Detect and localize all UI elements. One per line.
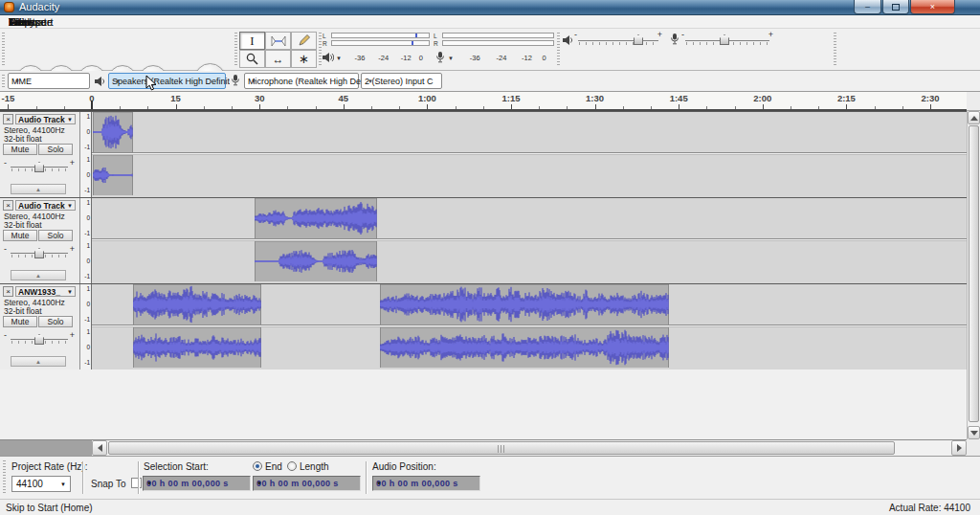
slider-thumb[interactable] [34, 334, 44, 345]
slider-thumb[interactable] [34, 248, 44, 258]
timeline-ruler[interactable]: -1501530451:001:151:301:452:002:152:30 [0, 92, 967, 111]
envelope-tool-button[interactable] [265, 32, 291, 50]
recording-device-select[interactable]: Microphone (Realtek High Defi▼ [244, 73, 359, 89]
toolbar-gripper[interactable] [2, 75, 5, 87]
device-toolbar: MME▼ Speakers (Realtek High Definit▼ Mic… [0, 71, 980, 92]
draw-tool-button[interactable] [291, 32, 317, 50]
gain-slider[interactable]: -+ [3, 330, 76, 346]
track-close-button[interactable]: × [3, 200, 13, 211]
dropdown-icon[interactable]: ▼ [376, 481, 382, 486]
vertical-ruler[interactable]: 10-110-1 [80, 112, 92, 197]
audio-clip[interactable] [380, 327, 669, 368]
toolbar-gripper[interactable] [234, 33, 237, 66]
track-menu-button[interactable]: Audio Track▼ [15, 114, 76, 124]
track-close-button[interactable]: × [3, 114, 13, 124]
dropdown-icon[interactable]: ▼ [256, 481, 262, 486]
audio-clip[interactable] [255, 198, 377, 238]
slider-thumb[interactable] [34, 162, 44, 172]
meter-scale-label: 0 [542, 54, 546, 62]
dropdown-icon: ▼ [60, 481, 66, 487]
dropdown-icon: ▼ [112, 78, 121, 84]
scroll-down-button[interactable] [968, 426, 980, 439]
down-arrow-icon [970, 431, 978, 436]
solo-button[interactable]: Solo [38, 316, 73, 327]
playback-device-select[interactable]: Speakers (Realtek High Definit▼ [108, 73, 226, 89]
output-volume-slider[interactable]: - + [574, 31, 662, 48]
ruler-tick [204, 106, 205, 109]
toolbar-gripper[interactable] [557, 33, 560, 66]
recording-meter[interactable]: LR ▼ -36-24-120 [434, 31, 554, 67]
toolbar-gripper[interactable] [834, 33, 836, 66]
ruler-tick [259, 104, 260, 109]
scrollbar-thumb[interactable] [969, 125, 979, 422]
horizontal-scrollbar[interactable] [0, 439, 967, 456]
ruler-label: -15 [0, 93, 21, 103]
track-menu-button[interactable]: Audio Track▼ [15, 200, 76, 211]
length-radio[interactable] [287, 461, 297, 471]
vertical-scrollbar[interactable] [967, 111, 980, 439]
input-volume-slider[interactable]: - + [681, 31, 773, 48]
toolbar-gripper[interactable] [3, 460, 6, 495]
vruler-label: 1 [86, 199, 90, 206]
dropdown-icon[interactable]: ▼ [146, 481, 152, 486]
audio-clip[interactable] [380, 284, 669, 325]
zoom-tool-button[interactable] [239, 50, 265, 68]
audio-host-select[interactable]: MME▼ [8, 73, 90, 89]
mute-button[interactable]: Mute [3, 316, 37, 327]
scrollbar-track[interactable] [92, 440, 967, 456]
audio-clip[interactable] [133, 327, 261, 368]
audio-clip[interactable] [255, 241, 377, 281]
collapse-button[interactable]: ▲ [11, 184, 66, 194]
minimize-button[interactable]: – [854, 0, 881, 14]
scroll-right-button[interactable] [951, 440, 967, 456]
audio-clip[interactable] [93, 155, 133, 195]
audio-clip[interactable] [93, 112, 133, 152]
toolbar-gripper[interactable] [319, 33, 322, 66]
slider-thumb[interactable] [634, 34, 643, 45]
close-button[interactable]: × [910, 0, 955, 14]
multi-tool-button[interactable]: ∗ [291, 50, 317, 68]
mute-button[interactable]: Mute [3, 144, 37, 155]
scrollbar-thumb[interactable] [108, 441, 895, 455]
vertical-ruler[interactable]: 10-110-1 [80, 198, 92, 283]
ruler-tick [706, 106, 707, 109]
selection-start-field[interactable]: 00 h 00 m 00,000 s ▼ [143, 476, 251, 491]
restore-button[interactable] [882, 0, 909, 14]
track-waveform-area[interactable] [92, 112, 967, 197]
playback-meter[interactable]: LR ▼ -36-24-120 [323, 31, 430, 67]
track-menu-button[interactable]: ANW1933_▼ [15, 286, 76, 297]
menu-help[interactable]: Help [2, 15, 37, 29]
vruler-channel: 10-1 [80, 284, 92, 325]
meter-channel-label: R [434, 40, 441, 48]
project-rate-select[interactable]: 44100 ▼ [11, 476, 71, 492]
track-close-button[interactable]: × [3, 286, 13, 297]
vertical-ruler[interactable]: 10-110-1 [80, 284, 92, 369]
vruler-label: 0 [86, 344, 90, 350]
recording-channels-select[interactable]: 2 (Stereo) Input C▼ [361, 73, 442, 89]
scroll-up-button[interactable] [968, 111, 980, 124]
end-radio[interactable] [253, 461, 262, 471]
mute-button[interactable]: Mute [3, 230, 37, 241]
collapse-button[interactable]: ▲ [11, 356, 66, 367]
slider-thumb[interactable] [720, 34, 729, 45]
scroll-left-button[interactable] [92, 440, 107, 456]
snap-to-checkbox[interactable] [131, 478, 142, 488]
audio-clip[interactable] [133, 284, 261, 325]
track-waveform-area[interactable] [92, 284, 967, 369]
solo-button[interactable]: Solo [38, 230, 73, 241]
track-waveform-area[interactable] [92, 198, 967, 283]
time-shift-tool-button[interactable]: ↔ [265, 50, 291, 68]
toolbar-gripper[interactable] [2, 33, 5, 66]
gain-slider[interactable]: -+ [3, 244, 76, 259]
separator [366, 461, 368, 494]
selection-end-field[interactable]: 00 h 00 m 00,000 s ▼ [253, 476, 361, 491]
playback-cursor [91, 101, 93, 109]
audio-position-field[interactable]: 00 h 00 m 00,000 s ▼ [372, 476, 480, 491]
ruler-tick [875, 106, 876, 109]
meter-scale-label: -12 [401, 54, 412, 62]
solo-button[interactable]: Solo [38, 144, 73, 155]
title-bar[interactable]: Audacity – × [0, 0, 980, 15]
gain-slider[interactable]: -+ [3, 158, 76, 173]
selection-tool-button[interactable]: I [239, 32, 265, 50]
collapse-button[interactable]: ▲ [11, 270, 66, 280]
